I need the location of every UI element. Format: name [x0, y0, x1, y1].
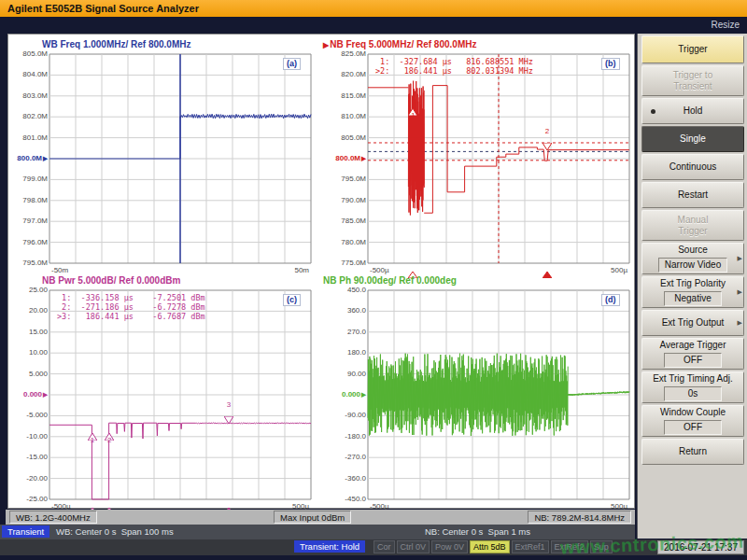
y-tick-label: 10.00	[7, 348, 48, 357]
y-tick-label: -360.0	[325, 474, 366, 483]
active-trace-icon: ▶	[323, 41, 329, 49]
trace-marker-number: 3	[223, 401, 234, 409]
y-tick-label: -25.00	[7, 495, 48, 504]
transient-state-badge: Transient: Hold	[294, 540, 365, 553]
softkey-label: Ext Trig Polarity	[660, 278, 726, 289]
chart-canvas-a	[49, 54, 311, 263]
y-tick-label: 815.0M	[325, 91, 366, 101]
chevron-right-icon: ▶	[738, 253, 742, 264]
softkey-ext-trig-polarity[interactable]: Ext Trig PolarityNegative▶	[641, 276, 744, 308]
y-tick-label: 790.0M	[325, 196, 366, 205]
nb-range-readout: NB: 789.2M-814.8MHz	[528, 511, 631, 524]
softkey-label: Return	[679, 446, 707, 457]
y-tick-label: 798.0M	[7, 196, 48, 205]
reference-level-icon: ▶	[43, 155, 48, 161]
softkey-label: Ext Trig Timing Adj.	[653, 373, 733, 385]
status-flag-pow-0v: Pow 0V	[431, 540, 468, 553]
softkey-hold[interactable]: Hold	[641, 98, 744, 124]
y-tick-label: 803.0M	[7, 91, 48, 101]
y-tick-label: 795.0M	[325, 175, 366, 184]
softkey-menu: TriggerTrigger toTransientHoldSingleCont…	[637, 34, 747, 539]
reference-level-icon: ▶	[361, 391, 366, 398]
status-flags: CorCtrl 0VPow 0VAttn 5dBExtRef1ExtRef2Su…	[374, 540, 613, 553]
y-tick-label: -180.0	[325, 432, 366, 441]
softkey-window-couple[interactable]: Window CoupleOFF	[641, 405, 744, 437]
y-tick-label: 450.0	[325, 286, 366, 295]
softkey-label: Window Couple	[660, 407, 726, 418]
datetime-display: 2016-07-21 17:37	[657, 540, 744, 554]
y-tick-label: 0.000▶	[7, 390, 48, 399]
selected-dot-icon	[651, 109, 655, 114]
softkey-value: OFF	[664, 420, 723, 435]
y-tick-label: -270.0	[325, 453, 366, 462]
softkey-average-trigger[interactable]: Average TriggerOFF	[641, 338, 744, 370]
softkey-ext-trig-timing-adj-[interactable]: Ext Trig Timing Adj.0s	[641, 371, 744, 403]
status-flag-cor: Cor	[374, 540, 395, 553]
x-axis-start-label: -500µ	[370, 266, 389, 274]
softkey-label: Source	[678, 245, 708, 256]
app-window: Agilent E5052B Signal Source Analyzer Re…	[0, 0, 747, 560]
softkey-label: Continuous	[669, 161, 717, 173]
marker-readout: 1: -327.684 µs 816.688551 MHz >2: 186.44…	[375, 57, 533, 76]
softkey-continuous[interactable]: Continuous	[641, 154, 744, 180]
y-tick-label: -20.00	[7, 474, 48, 483]
softkey-restart[interactable]: Restart	[641, 182, 744, 208]
y-tick-label: 5.000	[7, 370, 48, 379]
mode-badge: Transient	[2, 525, 49, 538]
y-tick-label: 270.0	[325, 328, 366, 337]
softkey-label: Average Trigger	[660, 340, 726, 351]
y-tick-label: 805.0M	[325, 133, 366, 143]
trace-marker-icon	[224, 411, 233, 418]
marker-position-outline-icon	[105, 501, 114, 508]
softkey-trigger[interactable]: Trigger	[641, 35, 744, 63]
trace-marker-icon	[88, 427, 97, 435]
trace-marker-icon	[105, 427, 114, 435]
y-tick-label: 801.0M	[7, 133, 48, 143]
sweep-status-bar: Transient WB: Center 0 s Span 100 ms NB:…	[0, 525, 635, 539]
softkey-label: Trigger	[678, 226, 707, 237]
softkey-label: Transient	[673, 81, 712, 92]
x-axis-end-label: 50m	[272, 266, 309, 274]
y-tick-label: 820.0M	[325, 70, 366, 79]
panel-title-c: NB Pwr 5.000dB/ Ref 0.000dBm	[42, 275, 180, 286]
y-tick-label: -450.0	[325, 495, 366, 504]
panel-letter-badge: (c)	[283, 294, 301, 306]
marker-position-outline-icon	[408, 265, 417, 272]
marker-position-icon	[224, 501, 233, 508]
softkey-label: Restart	[678, 189, 708, 201]
softkey-value: Negative	[664, 291, 723, 306]
window-title: Agilent E5052B Signal Source Analyzer	[7, 3, 199, 14]
y-tick-label: 780.0M	[325, 238, 366, 247]
wb-range-readout: WB: 1.2G-400MHz	[9, 511, 97, 524]
softkey-value: 0s	[664, 386, 723, 401]
measurement-status-bar: WB: 1.2G-400MHz Max Input 0dBm NB: 789.2…	[6, 510, 635, 525]
marker-position-outline-icon	[88, 501, 97, 508]
y-tick-label: -5.000	[7, 411, 48, 420]
softkey-return[interactable]: Return	[641, 439, 744, 465]
chevron-right-icon: ▶	[738, 317, 742, 329]
y-tick-label: 825.0M	[325, 49, 366, 59]
softkey-label: Trigger to	[673, 70, 712, 81]
status-flag-extref1: ExtRef1	[512, 540, 549, 553]
resize-control[interactable]: Resize	[711, 20, 740, 30]
y-tick-label: 180.0	[325, 348, 366, 357]
softkey-label: Hold	[684, 105, 703, 117]
y-tick-label: 785.0M	[325, 217, 366, 226]
chevron-right-icon: ▶	[738, 287, 742, 298]
y-tick-label: 360.0	[325, 306, 366, 315]
y-tick-label: -15.00	[7, 453, 48, 462]
trace-marker-number: 2	[542, 128, 553, 135]
reference-level-icon: ▶	[361, 155, 366, 161]
chart-canvas-b	[368, 54, 629, 263]
marker-position-icon	[543, 265, 552, 272]
status-flag-attn-5db: Attn 5dB	[470, 540, 510, 553]
trace-marker-number: 2	[104, 437, 115, 444]
status-flag-ctrl-0v: Ctrl 0V	[397, 540, 430, 553]
softkey-source[interactable]: SourceNarrow Video▶	[641, 243, 744, 274]
trace-marker-number: 1	[87, 437, 98, 444]
instrument-status-bar: Transient: Hold CorCtrl 0VPow 0VAttn 5dB…	[0, 539, 747, 555]
softkey-ext-trig-output[interactable]: Ext Trig Output▶	[641, 310, 744, 336]
softkey-single[interactable]: Single	[641, 126, 744, 152]
x-axis-end-label: 500µ	[590, 266, 627, 274]
panel-letter-badge: (d)	[601, 294, 620, 306]
